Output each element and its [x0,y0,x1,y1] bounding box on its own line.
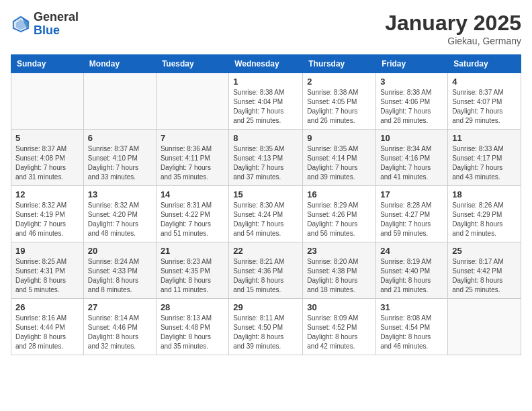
day-info: Sunrise: 8:14 AM Sunset: 4:46 PM Dayligh… [88,314,152,351]
day-info: Sunrise: 8:29 AM Sunset: 4:26 PM Dayligh… [307,201,371,238]
title-block: January 2025 Giekau, Germany [385,11,521,46]
day-number: 3 [380,77,443,87]
calendar-week-row: 26Sunrise: 8:16 AM Sunset: 4:44 PM Dayli… [11,299,521,355]
calendar-cell [83,73,156,130]
calendar-cell: 4Sunrise: 8:37 AM Sunset: 4:07 PM Daylig… [448,73,521,130]
calendar-cell: 6Sunrise: 8:37 AM Sunset: 4:10 PM Daylig… [83,130,156,186]
day-number: 31 [380,302,443,312]
day-info: Sunrise: 8:16 AM Sunset: 4:44 PM Dayligh… [15,314,79,351]
day-number: 18 [452,189,517,199]
day-info: Sunrise: 8:38 AM Sunset: 4:04 PM Dayligh… [233,88,298,126]
calendar-cell: 18Sunrise: 8:26 AM Sunset: 4:29 PM Dayli… [448,186,521,242]
calendar-table: SundayMondayTuesdayWednesdayThursdayFrid… [11,54,521,355]
day-number: 8 [233,133,298,143]
day-info: Sunrise: 8:33 AM Sunset: 4:17 PM Dayligh… [452,144,517,182]
logo-icon [11,14,31,34]
weekday-header-monday: Monday [83,55,156,73]
day-info: Sunrise: 8:25 AM Sunset: 4:31 PM Dayligh… [15,257,79,295]
calendar-cell: 14Sunrise: 8:31 AM Sunset: 4:22 PM Dayli… [156,186,228,242]
calendar-cell: 3Sunrise: 8:38 AM Sunset: 4:06 PM Daylig… [376,73,448,130]
day-number: 1 [233,77,298,87]
day-info: Sunrise: 8:20 AM Sunset: 4:38 PM Dayligh… [307,257,371,295]
calendar-cell: 20Sunrise: 8:24 AM Sunset: 4:33 PM Dayli… [83,242,156,299]
calendar-week-row: 12Sunrise: 8:32 AM Sunset: 4:19 PM Dayli… [11,186,521,242]
calendar-cell: 11Sunrise: 8:33 AM Sunset: 4:17 PM Dayli… [448,130,521,186]
calendar-cell: 17Sunrise: 8:28 AM Sunset: 4:27 PM Dayli… [376,186,448,242]
day-number: 14 [161,189,224,199]
day-info: Sunrise: 8:35 AM Sunset: 4:13 PM Dayligh… [233,144,298,182]
weekday-header-sunday: Sunday [11,55,84,73]
day-number: 22 [233,246,298,256]
calendar-cell: 9Sunrise: 8:35 AM Sunset: 4:14 PM Daylig… [303,130,376,186]
day-number: 26 [15,302,79,312]
calendar-cell: 30Sunrise: 8:09 AM Sunset: 4:52 PM Dayli… [303,299,376,355]
day-number: 16 [307,189,371,199]
calendar-cell: 19Sunrise: 8:25 AM Sunset: 4:31 PM Dayli… [11,242,84,299]
day-info: Sunrise: 8:13 AM Sunset: 4:48 PM Dayligh… [161,314,224,351]
day-number: 4 [452,77,517,87]
weekday-header-tuesday: Tuesday [156,55,228,73]
logo-blue: Blue [34,24,79,38]
day-info: Sunrise: 8:19 AM Sunset: 4:40 PM Dayligh… [380,257,443,295]
day-info: Sunrise: 8:37 AM Sunset: 4:07 PM Dayligh… [452,88,517,126]
calendar-cell: 8Sunrise: 8:35 AM Sunset: 4:13 PM Daylig… [229,130,303,186]
calendar-cell: 16Sunrise: 8:29 AM Sunset: 4:26 PM Dayli… [303,186,376,242]
day-number: 21 [161,246,224,256]
day-info: Sunrise: 8:24 AM Sunset: 4:33 PM Dayligh… [88,257,152,295]
calendar-cell: 31Sunrise: 8:08 AM Sunset: 4:54 PM Dayli… [376,299,448,355]
day-number: 30 [307,302,371,312]
calendar-cell: 22Sunrise: 8:21 AM Sunset: 4:36 PM Dayli… [229,242,303,299]
calendar-week-row: 1Sunrise: 8:38 AM Sunset: 4:04 PM Daylig… [11,73,521,130]
logo-general: General [34,11,79,24]
day-number: 9 [307,133,371,143]
day-info: Sunrise: 8:34 AM Sunset: 4:16 PM Dayligh… [380,144,443,182]
day-number: 19 [15,246,79,256]
day-info: Sunrise: 8:09 AM Sunset: 4:52 PM Dayligh… [307,314,371,351]
day-info: Sunrise: 8:37 AM Sunset: 4:08 PM Dayligh… [15,144,79,182]
day-number: 20 [88,246,152,256]
day-number: 28 [161,302,224,312]
calendar-cell: 27Sunrise: 8:14 AM Sunset: 4:46 PM Dayli… [83,299,156,355]
day-info: Sunrise: 8:21 AM Sunset: 4:36 PM Dayligh… [233,257,298,295]
day-number: 7 [161,133,224,143]
day-number: 10 [380,133,443,143]
calendar-cell: 10Sunrise: 8:34 AM Sunset: 4:16 PM Dayli… [376,130,448,186]
day-info: Sunrise: 8:38 AM Sunset: 4:05 PM Dayligh… [307,88,371,126]
day-info: Sunrise: 8:26 AM Sunset: 4:29 PM Dayligh… [452,201,517,238]
day-info: Sunrise: 8:28 AM Sunset: 4:27 PM Dayligh… [380,201,443,238]
location: Giekau, Germany [385,36,521,46]
day-info: Sunrise: 8:32 AM Sunset: 4:20 PM Dayligh… [88,201,152,238]
day-info: Sunrise: 8:32 AM Sunset: 4:19 PM Dayligh… [15,201,79,238]
calendar-cell: 23Sunrise: 8:20 AM Sunset: 4:38 PM Dayli… [303,242,376,299]
calendar-cell: 29Sunrise: 8:11 AM Sunset: 4:50 PM Dayli… [229,299,303,355]
calendar-cell: 2Sunrise: 8:38 AM Sunset: 4:05 PM Daylig… [303,73,376,130]
weekday-header-friday: Friday [376,55,448,73]
calendar-cell: 28Sunrise: 8:13 AM Sunset: 4:48 PM Dayli… [156,299,228,355]
day-info: Sunrise: 8:30 AM Sunset: 4:24 PM Dayligh… [233,201,298,238]
day-info: Sunrise: 8:23 AM Sunset: 4:35 PM Dayligh… [161,257,224,295]
day-number: 24 [380,246,443,256]
day-info: Sunrise: 8:11 AM Sunset: 4:50 PM Dayligh… [233,314,298,351]
calendar-cell [448,299,521,355]
day-info: Sunrise: 8:08 AM Sunset: 4:54 PM Dayligh… [380,314,443,351]
calendar-week-row: 5Sunrise: 8:37 AM Sunset: 4:08 PM Daylig… [11,130,521,186]
logo: General Blue [11,11,79,38]
day-number: 2 [307,77,371,87]
day-number: 5 [15,133,79,143]
calendar-header-row: SundayMondayTuesdayWednesdayThursdayFrid… [11,55,521,73]
day-number: 17 [380,189,443,199]
calendar-cell [11,73,84,130]
day-number: 12 [15,189,79,199]
day-number: 25 [452,246,517,256]
calendar-cell: 21Sunrise: 8:23 AM Sunset: 4:35 PM Dayli… [156,242,228,299]
weekday-header-wednesday: Wednesday [229,55,303,73]
month-title: January 2025 [385,11,521,36]
calendar-cell: 15Sunrise: 8:30 AM Sunset: 4:24 PM Dayli… [229,186,303,242]
weekday-header-thursday: Thursday [303,55,376,73]
calendar-week-row: 19Sunrise: 8:25 AM Sunset: 4:31 PM Dayli… [11,242,521,299]
calendar-cell [156,73,228,130]
day-number: 29 [233,302,298,312]
day-number: 13 [88,189,152,199]
calendar-cell: 25Sunrise: 8:17 AM Sunset: 4:42 PM Dayli… [448,242,521,299]
page-header: General Blue January 2025 Giekau, German… [11,11,521,46]
